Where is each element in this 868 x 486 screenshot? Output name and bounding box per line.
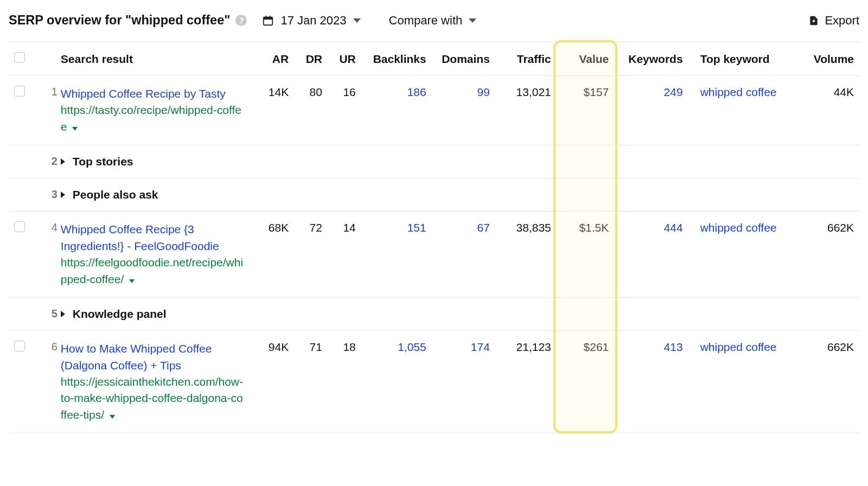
cell-top-keyword[interactable]: whipped coffee	[688, 212, 790, 298]
table-row: 6How to Make Whipped Coffee (Dalgona Cof…	[9, 331, 859, 433]
calendar-icon	[262, 15, 274, 27]
serp-feature-row: 5Knowledge panel	[9, 298, 859, 331]
page-title-text: SERP overview for "whipped coffee"	[9, 13, 230, 28]
svg-rect-2	[266, 15, 267, 18]
chevron-down-icon	[469, 18, 476, 23]
cell-position: 4	[35, 212, 61, 298]
chevron-right-icon	[61, 158, 65, 165]
result-url[interactable]: https://tasty.co/recipe/whipped-coffee	[61, 102, 246, 135]
cell-position: 1	[35, 76, 61, 145]
col-top-keyword[interactable]: Top keyword	[688, 42, 790, 76]
cell-position: 3	[35, 178, 61, 212]
export-button[interactable]: Export	[808, 14, 859, 28]
chevron-down-icon[interactable]	[129, 279, 135, 283]
cell-value: $1.5K	[557, 212, 615, 298]
table-row: 1Whipped Coffee Recipe by Tastyhttps://t…	[9, 76, 859, 145]
result-title-link[interactable]: Whipped Coffee Recipe by Tasty	[61, 87, 226, 100]
serp-feature-row: 3People also ask	[9, 178, 859, 212]
col-domains[interactable]: Domains	[432, 42, 495, 76]
row-checkbox[interactable]	[14, 86, 25, 97]
cell-dr: 80	[294, 76, 328, 145]
cell-backlinks[interactable]: 151	[361, 212, 432, 298]
cell-value: $261	[557, 331, 615, 433]
col-keywords[interactable]: Keywords	[614, 42, 688, 76]
export-label: Export	[825, 14, 859, 28]
chevron-right-icon	[61, 311, 65, 317]
cell-top-keyword[interactable]: whipped coffee	[688, 331, 790, 433]
col-ar[interactable]: AR	[251, 42, 294, 76]
col-backlinks[interactable]: Backlinks	[361, 42, 432, 76]
col-traffic[interactable]: Traffic	[495, 42, 557, 76]
col-dr[interactable]: DR	[294, 42, 328, 76]
result-title-link[interactable]: Whipped Coffee Recipe {3 Ingredients!} -…	[61, 223, 219, 252]
svg-rect-1	[264, 17, 273, 20]
cell-backlinks[interactable]: 186	[361, 76, 432, 145]
col-search-result[interactable]: Search result	[61, 42, 252, 76]
cell-backlinks[interactable]: 1,055	[361, 331, 432, 433]
cell-domains[interactable]: 67	[432, 212, 495, 298]
result-title-link[interactable]: How to Make Whipped Coffee (Dalgona Coff…	[61, 342, 212, 371]
row-checkbox[interactable]	[14, 221, 25, 232]
svg-rect-3	[270, 15, 271, 18]
help-icon[interactable]: ?	[235, 15, 247, 26]
cell-position: 2	[35, 145, 61, 178]
serp-feature-toggle[interactable]: Top stories	[61, 145, 859, 178]
cell-keywords[interactable]: 444	[614, 212, 688, 298]
cell-domains[interactable]: 99	[432, 76, 495, 145]
chevron-down-icon[interactable]	[110, 415, 115, 419]
cell-position: 5	[35, 298, 61, 331]
cell-position: 6	[35, 331, 61, 433]
cell-top-keyword[interactable]: whipped coffee	[688, 76, 790, 145]
cell-checkbox	[9, 145, 35, 178]
cell-dr: 71	[294, 331, 328, 433]
cell-checkbox	[9, 331, 35, 433]
cell-ar: 14K	[251, 76, 294, 145]
cell-ur: 16	[328, 76, 361, 145]
cell-keywords[interactable]: 249	[614, 76, 688, 145]
cell-value: $157	[557, 76, 615, 145]
serp-table-wrap: Search result AR DR UR Backlinks Domains…	[9, 42, 859, 433]
cell-checkbox	[9, 178, 35, 212]
cell-ur: 18	[328, 331, 361, 433]
cell-traffic: 38,835	[495, 212, 557, 298]
cell-dr: 72	[294, 212, 328, 298]
date-label: 17 Jan 2023	[280, 14, 346, 28]
col-checkbox	[9, 42, 35, 76]
cell-keywords[interactable]: 413	[614, 331, 688, 433]
serp-feature-label: Knowledge panel	[73, 308, 167, 320]
serp-feature-toggle[interactable]: People also ask	[61, 178, 859, 212]
chevron-right-icon	[61, 191, 65, 198]
result-url[interactable]: https://jessicainthekitchen.com/how-to-m…	[61, 374, 246, 423]
compare-dropdown[interactable]: Compare with	[389, 14, 477, 28]
compare-label: Compare with	[389, 14, 463, 28]
page-title: SERP overview for "whipped coffee" ?	[9, 13, 247, 28]
serp-feature-row: 2Top stories	[9, 145, 859, 178]
cell-checkbox	[9, 298, 35, 331]
select-all-checkbox[interactable]	[14, 52, 25, 63]
cell-volume: 662K	[790, 331, 859, 433]
cell-domains[interactable]: 174	[432, 331, 495, 433]
cell-checkbox	[9, 76, 35, 145]
row-checkbox[interactable]	[14, 341, 25, 351]
cell-volume: 662K	[790, 212, 859, 298]
cell-search-result: Whipped Coffee Recipe {3 Ingredients!} -…	[61, 212, 252, 298]
serp-feature-toggle[interactable]: Knowledge panel	[61, 298, 859, 331]
col-ur[interactable]: UR	[328, 42, 361, 76]
serp-feature-label: Top stories	[73, 155, 133, 168]
col-value[interactable]: Value	[557, 42, 615, 76]
cell-search-result: How to Make Whipped Coffee (Dalgona Coff…	[61, 331, 252, 433]
cell-traffic: 21,123	[495, 331, 557, 433]
toolbar: SERP overview for "whipped coffee" ? 17 …	[9, 13, 859, 42]
chevron-down-icon	[353, 18, 361, 23]
chevron-down-icon[interactable]	[72, 127, 78, 131]
table-header-row: Search result AR DR UR Backlinks Domains…	[9, 42, 859, 76]
date-picker[interactable]: 17 Jan 2023	[262, 14, 360, 28]
col-volume[interactable]: Volume	[790, 42, 859, 76]
table-row: 4Whipped Coffee Recipe {3 Ingredients!} …	[9, 212, 859, 298]
cell-checkbox	[9, 212, 35, 298]
serp-feature-label: People also ask	[73, 188, 158, 201]
download-icon	[808, 15, 819, 27]
result-url[interactable]: https://feelgoodfoodie.net/recipe/whippe…	[61, 254, 246, 287]
serp-table: Search result AR DR UR Backlinks Domains…	[9, 42, 859, 433]
cell-ar: 68K	[251, 212, 294, 298]
